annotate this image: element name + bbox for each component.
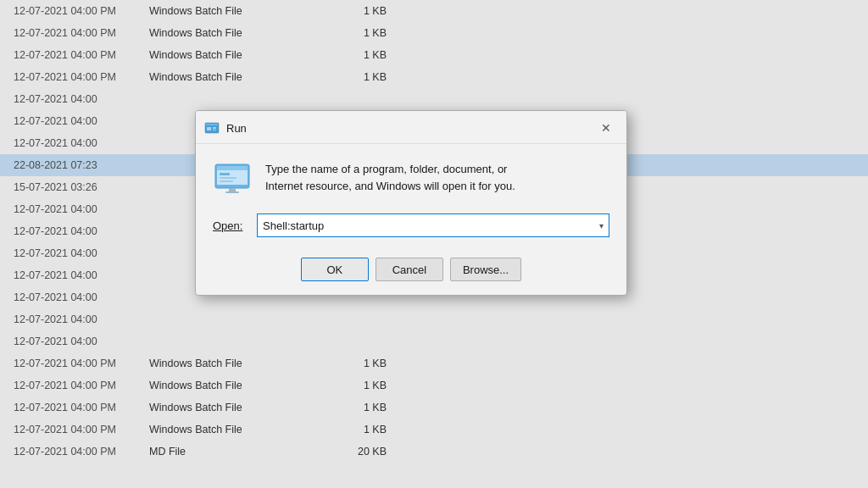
svg-rect-4 [213,130,216,130]
run-dialog: Run ✕ Type [195,110,627,296]
svg-rect-2 [207,127,211,130]
ok-button[interactable]: OK [301,258,369,281]
open-row: Open: ▾ [213,214,609,237]
dialog-title: Run [226,122,247,135]
run-title-icon [204,120,220,136]
svg-rect-10 [220,180,233,182]
svg-rect-11 [229,188,236,191]
dropdown-arrow-icon[interactable]: ▾ [599,221,604,230]
dialog-titlebar: Run ✕ [196,111,626,144]
dialog-body: Type the name of a program, folder, docu… [196,144,626,295]
titlebar-left: Run [204,120,247,136]
svg-rect-9 [220,177,236,179]
svg-rect-3 [213,127,216,129]
dialog-buttons: OK Cancel Browse... [213,254,609,281]
browse-button[interactable]: Browse... [450,258,521,281]
svg-rect-7 [217,166,248,170]
cancel-button[interactable]: Cancel [376,258,443,281]
run-large-icon-container [213,159,252,198]
svg-rect-12 [225,191,239,193]
open-label: Open: [213,219,248,232]
open-input[interactable] [263,219,599,232]
close-button[interactable]: ✕ [596,118,616,138]
open-input-wrapper[interactable]: ▾ [257,214,609,237]
svg-rect-1 [206,124,218,125]
svg-rect-8 [220,173,230,175]
run-large-icon [213,159,252,198]
dialog-description: Type the name of a program, folder, docu… [265,159,515,194]
dialog-top-section: Type the name of a program, folder, docu… [213,159,609,198]
